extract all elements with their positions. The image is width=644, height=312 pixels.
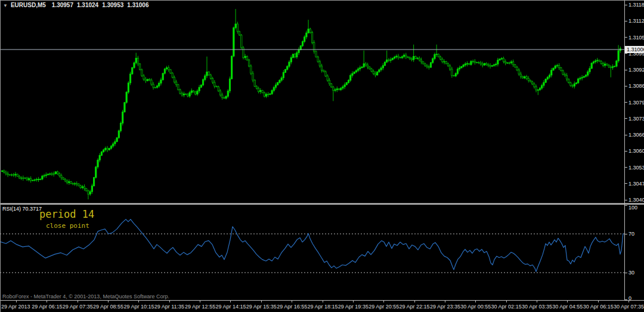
candle — [4, 171, 5, 172]
candle — [252, 73, 253, 80]
candle — [298, 50, 299, 52]
candle — [369, 67, 370, 69]
candle — [377, 72, 378, 75]
candle — [340, 88, 342, 90]
candle — [469, 64, 470, 65]
time-label: 29 Apr 23:35 — [430, 304, 460, 310]
candle — [453, 76, 454, 76]
candle — [428, 67, 429, 67]
candle — [153, 84, 154, 87]
candle — [419, 58, 420, 60]
candle — [83, 187, 85, 189]
time-label: 29 Apr 08:55 — [93, 304, 123, 310]
candle — [323, 70, 324, 72]
time-label: 29 Apr 11:35 — [154, 304, 184, 310]
price-tick — [625, 86, 627, 87]
candle — [126, 92, 127, 103]
candle — [485, 63, 487, 64]
candle — [426, 66, 428, 67]
candle — [302, 42, 303, 46]
candle — [202, 79, 203, 85]
candle — [91, 186, 92, 192]
candle — [589, 69, 590, 72]
candle — [618, 51, 619, 61]
candle — [602, 63, 603, 65]
price-tick-label: 1.30535 — [628, 165, 644, 171]
candle — [175, 82, 177, 84]
candle — [367, 65, 368, 67]
candle — [172, 73, 173, 78]
rsi-line — [0, 220, 623, 272]
candle — [219, 91, 221, 95]
candle — [137, 58, 138, 64]
candle — [82, 187, 83, 188]
time-label: 30 Apr 07:35 — [614, 304, 644, 310]
candle — [575, 83, 577, 84]
candle — [371, 69, 372, 72]
candle — [605, 64, 606, 66]
candle — [363, 64, 364, 67]
candle — [13, 175, 14, 175]
candle — [128, 83, 129, 92]
candle — [447, 64, 448, 66]
candle — [499, 59, 500, 60]
candle — [11, 175, 12, 175]
candle — [256, 87, 257, 88]
candle — [474, 61, 475, 63]
candle — [497, 60, 499, 64]
candle — [248, 60, 249, 66]
candle — [423, 62, 424, 64]
candle — [463, 65, 464, 67]
candle — [17, 174, 18, 176]
candle — [55, 172, 56, 174]
candle — [74, 184, 75, 184]
time-scale[interactable]: 29 Apr 201329 Apr 06:1529 Apr 07:3529 Ap… — [0, 301, 644, 312]
candle — [154, 87, 156, 88]
price-tick-label: 1.30795 — [628, 100, 644, 106]
candle — [472, 61, 473, 62]
candle — [373, 71, 374, 73]
candle — [214, 82, 215, 86]
candle — [382, 66, 383, 68]
candle — [616, 61, 617, 66]
candle — [380, 68, 382, 70]
candle — [449, 66, 450, 69]
quote-high: 1.31024 — [77, 2, 98, 8]
candle — [36, 180, 37, 180]
candle — [442, 59, 443, 61]
candle — [352, 73, 353, 75]
candle — [537, 90, 538, 91]
candle — [15, 174, 16, 175]
candle — [107, 149, 108, 150]
candle — [459, 68, 460, 69]
candle — [89, 191, 91, 194]
candle — [574, 84, 575, 86]
candle — [600, 61, 602, 64]
time-label: 29 Apr 15:35 — [246, 304, 277, 310]
candle — [314, 42, 315, 51]
rsi-scale-label: 70 — [628, 231, 634, 237]
candle — [583, 76, 584, 78]
candle — [308, 29, 309, 33]
candle — [61, 176, 62, 178]
candle — [374, 73, 376, 75]
candle — [149, 79, 150, 80]
candle — [212, 79, 213, 83]
price-scale-border — [624, 0, 625, 301]
chart-title: ▼EURUSD,M51.309571.310241.309531.31006 — [3, 2, 148, 8]
rsi-scale[interactable]: 10070300 — [625, 205, 644, 300]
candle — [97, 160, 98, 167]
candle — [166, 67, 167, 69]
quote-low: 1.30953 — [102, 2, 123, 8]
candle — [526, 77, 527, 79]
time-tick — [383, 301, 384, 302]
price-tick — [625, 70, 627, 70]
candle — [23, 178, 24, 178]
chart-dropdown-icon[interactable]: ▼ — [3, 3, 8, 8]
candle — [549, 75, 550, 77]
time-tick — [292, 301, 292, 302]
candle — [239, 32, 240, 35]
candle — [30, 178, 32, 180]
candlestick-plot[interactable] — [0, 0, 624, 203]
price-tick — [625, 53, 627, 54]
